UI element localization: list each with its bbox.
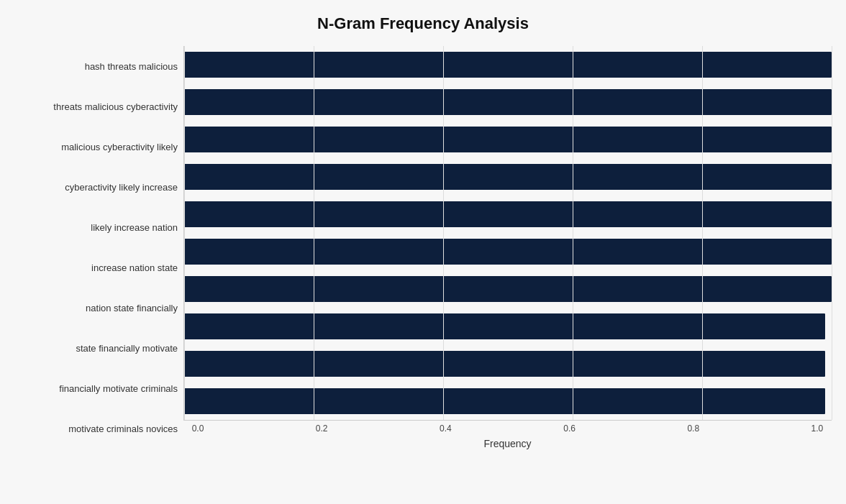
y-label: likely increase nation bbox=[91, 223, 178, 232]
bar bbox=[184, 52, 832, 78]
bar-row bbox=[184, 348, 832, 380]
bar bbox=[184, 89, 832, 115]
x-axis: 0.00.20.40.60.81.0 Frequency bbox=[183, 423, 832, 449]
bar-row bbox=[184, 86, 832, 118]
bar-row bbox=[184, 236, 832, 267]
x-ticks: 0.00.20.40.60.81.0 bbox=[183, 423, 832, 434]
y-labels: hash threats maliciousthreats malicious … bbox=[14, 46, 183, 449]
y-label: increase nation state bbox=[91, 263, 178, 272]
bar bbox=[184, 127, 832, 152]
bar-row bbox=[184, 385, 832, 417]
bar-row bbox=[184, 161, 832, 193]
bar-row bbox=[184, 124, 832, 155]
bar-row bbox=[184, 273, 832, 305]
y-label: nation state financially bbox=[86, 303, 178, 313]
y-label: hash threats malicious bbox=[85, 62, 178, 71]
y-label: threats malicious cyberactivity bbox=[53, 102, 178, 111]
bar bbox=[184, 201, 832, 227]
y-label: motivate criminals novices bbox=[68, 424, 178, 434]
bar bbox=[184, 276, 832, 302]
bar bbox=[184, 239, 832, 265]
bar bbox=[184, 313, 825, 339]
y-label: malicious cyberactivity likely bbox=[61, 142, 178, 152]
chart-container: N-Gram Frequency Analysis hash threats m… bbox=[0, 0, 846, 504]
y-label: state financially motivate bbox=[76, 344, 178, 353]
bar bbox=[184, 388, 825, 414]
chart-title: N-Gram Frequency Analysis bbox=[14, 14, 832, 33]
bar-row bbox=[184, 198, 832, 230]
y-label: financially motivate criminals bbox=[59, 384, 178, 393]
bar bbox=[184, 164, 832, 190]
x-tick: 0.6 bbox=[555, 423, 584, 434]
x-tick: 0.0 bbox=[183, 423, 212, 434]
bar bbox=[184, 351, 825, 377]
x-axis-label: Frequency bbox=[183, 438, 832, 449]
bars-and-x: 0.00.20.40.60.81.0 Frequency bbox=[183, 46, 832, 449]
bar-row bbox=[184, 311, 832, 342]
bar-row bbox=[184, 49, 832, 81]
bars-area bbox=[183, 46, 832, 421]
x-tick: 1.0 bbox=[803, 423, 832, 434]
x-tick: 0.2 bbox=[307, 423, 336, 434]
chart-area: hash threats maliciousthreats malicious … bbox=[14, 46, 832, 449]
y-label: cyberactivity likely increase bbox=[65, 183, 178, 192]
x-tick: 0.4 bbox=[431, 423, 460, 434]
x-tick: 0.8 bbox=[679, 423, 708, 434]
